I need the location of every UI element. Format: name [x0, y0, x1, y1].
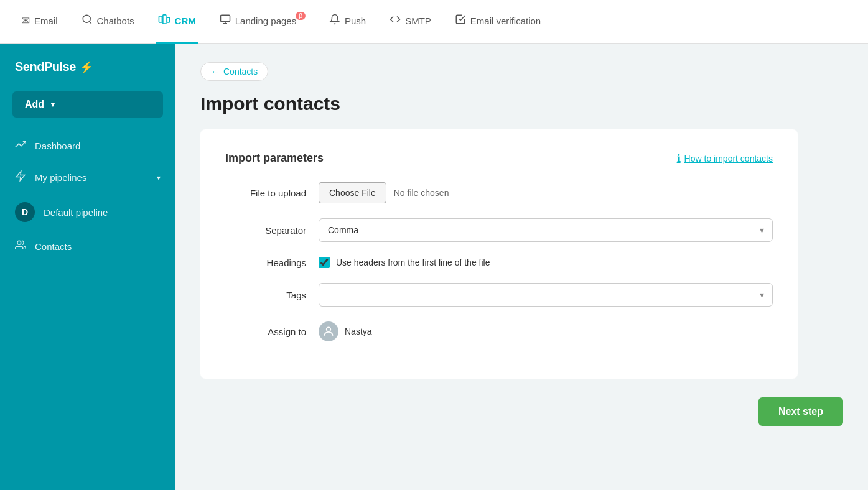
- svg-point-9: [17, 241, 21, 244]
- email-icon: ✉: [21, 14, 30, 27]
- user-avatar: [319, 321, 338, 341]
- separator-label: Separator: [225, 225, 306, 236]
- top-navigation: ✉ Email Chatbots CRM Landing pages: [0, 0, 868, 44]
- assign-to-area: Nastya: [319, 321, 773, 341]
- file-upload-row: File to upload Choose File No file chose…: [225, 182, 773, 203]
- headings-control: Use headers from the first line of the f…: [319, 257, 773, 268]
- next-step-button[interactable]: Next step: [758, 397, 843, 426]
- info-icon: ℹ: [677, 152, 681, 164]
- crm-icon: [158, 14, 170, 28]
- tags-label: Tags: [225, 290, 306, 300]
- headings-checkbox[interactable]: [319, 257, 330, 268]
- headings-label: Headings: [225, 257, 306, 268]
- section-header: Import parameters ℹ How to import contac…: [225, 152, 773, 165]
- push-icon: [329, 14, 340, 28]
- section-title: Import parameters: [225, 152, 324, 165]
- nav-chatbots[interactable]: Chatbots: [79, 0, 137, 44]
- no-file-text: No file chosen: [394, 188, 449, 198]
- contacts-icon: [15, 239, 26, 254]
- svg-point-10: [327, 327, 331, 331]
- dashboard-icon: [15, 139, 26, 153]
- separator-select-wrapper: Comma Semicolon Tab Space ▾: [319, 218, 773, 242]
- nav-crm[interactable]: CRM: [156, 0, 198, 44]
- how-to-link[interactable]: ℹ How to import contacts: [677, 152, 773, 164]
- breadcrumb[interactable]: ← Contacts: [200, 62, 268, 81]
- nav-email-verify[interactable]: Email verification: [452, 0, 543, 44]
- sidebar-item-contacts[interactable]: Contacts: [0, 231, 175, 262]
- sidebar-item-dashboard[interactable]: Dashboard: [0, 130, 175, 162]
- sidebar-item-pipelines[interactable]: My pipelines ▾: [0, 162, 175, 193]
- smtp-icon: [390, 14, 401, 28]
- tags-row: Tags ▾: [225, 283, 773, 307]
- footer-actions: Next step: [200, 397, 843, 426]
- nav-items: ✉ Email Chatbots CRM Landing pages: [19, 0, 543, 44]
- file-upload-area: Choose File No file chosen: [319, 182, 773, 203]
- content-area: ← Contacts Import contacts Import parame…: [175, 44, 868, 490]
- separator-select[interactable]: Comma Semicolon Tab Space: [319, 218, 773, 242]
- assign-to-label: Assign to: [225, 326, 306, 337]
- svg-rect-3: [162, 14, 166, 23]
- tags-select-wrapper: ▾: [319, 283, 773, 307]
- logo: SendPulse ⚡: [0, 50, 175, 86]
- svg-marker-8: [16, 172, 25, 181]
- pipelines-icon: [15, 170, 26, 185]
- assign-to-row: Assign to Nastya: [225, 321, 773, 341]
- svg-point-0: [83, 15, 90, 22]
- import-form-card: Import parameters ℹ How to import contac…: [200, 129, 798, 379]
- page-title: Import contacts: [200, 93, 843, 114]
- landing-icon: [220, 14, 231, 28]
- logo-text: SendPulse: [15, 60, 76, 74]
- chevron-down-icon: ▼: [49, 100, 57, 109]
- file-label: File to upload: [225, 188, 306, 198]
- add-button[interactable]: Add ▼: [12, 91, 163, 118]
- headings-row: Headings Use headers from the first line…: [225, 257, 773, 268]
- sidebar-item-default-pipeline[interactable]: D Default pipeline: [0, 193, 175, 231]
- chatbots-icon: [82, 14, 93, 28]
- nav-landing[interactable]: Landing pages β: [217, 0, 308, 44]
- main-layout: SendPulse ⚡ Add ▼ Dashboard My pipelines…: [0, 44, 868, 490]
- back-arrow-icon: ←: [211, 67, 220, 76]
- chevron-right-icon: ▾: [157, 173, 161, 182]
- nav-push[interactable]: Push: [327, 0, 368, 44]
- sidebar: SendPulse ⚡ Add ▼ Dashboard My pipelines…: [0, 44, 175, 490]
- svg-line-1: [89, 21, 91, 23]
- tags-select[interactable]: [319, 283, 773, 307]
- separator-row: Separator Comma Semicolon Tab Space ▾: [225, 218, 773, 242]
- svg-rect-2: [159, 16, 162, 22]
- beta-badge: β: [296, 12, 306, 20]
- svg-rect-5: [220, 15, 230, 22]
- logo-symbol: ⚡: [80, 60, 93, 74]
- choose-file-button[interactable]: Choose File: [319, 182, 386, 203]
- nav-smtp[interactable]: SMTP: [387, 0, 434, 44]
- avatar: D: [15, 202, 35, 222]
- assign-name: Nastya: [345, 326, 372, 336]
- svg-rect-4: [167, 17, 169, 22]
- nav-email[interactable]: ✉ Email: [19, 0, 60, 44]
- email-verify-icon: [455, 14, 466, 28]
- headings-checkbox-label: Use headers from the first line of the f…: [336, 257, 490, 267]
